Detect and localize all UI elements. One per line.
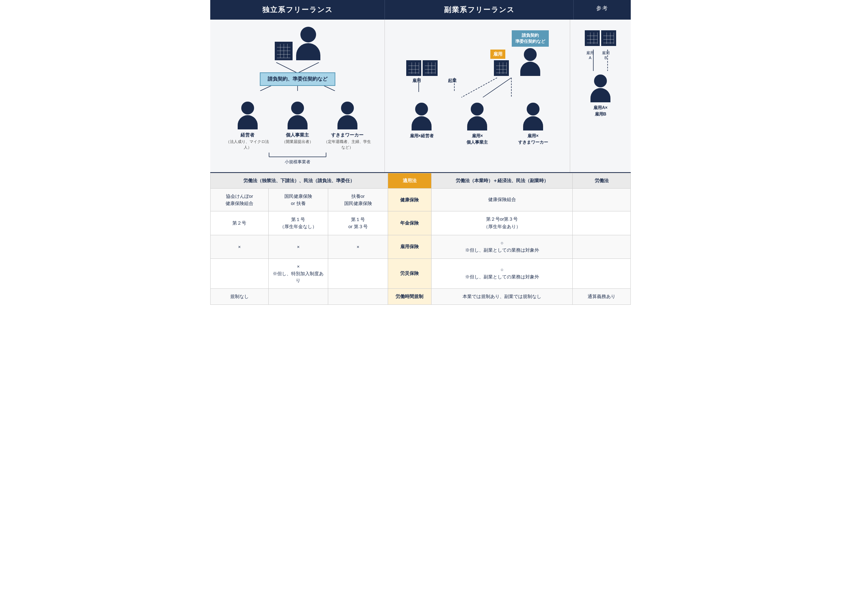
sub-person-2: 雇用×個人事業主 [452,103,502,145]
person-cell-manager: 経営者 （法人成り、マイクロ法人） [223,101,273,150]
sub-cell-1: 第２号or第３号（厚生年金あり） [431,211,572,235]
sub-cell-0: 健康保険組合 [431,189,572,211]
indep-cell-1-1: 第１号（厚生年金なし） [268,211,328,235]
building-sub-2 [423,60,438,76]
indep-cell-1-0: 第２号 [211,211,269,235]
indep-cell-0-0: 協会けんぽor健康保険組合 [211,189,269,211]
table-row: 第２号第１号（厚生年金なし）第１号or 第３号年金保険第２号or第３号（厚生年金… [211,211,631,235]
diagram-area: 請負契約、準委任契約など 経営者 （法人成り、マイクロ法人） [210,20,631,173]
small-biz-label: 小規模事業者 [285,159,311,165]
ref-cell-0 [573,189,631,211]
table-area: 労働法（独禁法、下請法）、民法（請負法、準委任） 適用法 労働法（本業時）＋経済… [210,173,631,305]
startup-label: 起業 [448,78,457,84]
table-header-row: 労働法（独禁法、下請法）、民法（請負法、準委任） 適用法 労働法（本業時）＋経済… [211,173,631,189]
person-sublabel-manager: （法人成り、マイクロ法人） [223,139,273,150]
building-icon-indep [275,42,293,60]
ref-person: 雇用A×雇用B [576,75,626,117]
person-cell-gap: すきまワーカー （定年退職者、主婦、学生など） [322,101,372,150]
building-ref-2 [601,30,616,46]
svg-line-10 [462,78,497,97]
small-biz-bracket-svg [262,152,333,158]
person-icon-gap [337,101,357,129]
indep-cell-3-2 [328,259,388,289]
center-cell-3: 労災保険 [388,259,431,289]
person-sublabel-gap: （定年退職者、主婦、学生など） [322,139,372,150]
th-sub: 労働法（本業時）＋経済法、民法（副業時） [431,173,572,189]
table-row: ×※但し、特別加入制度あり労災保険○※但し、副業としての業務は対象外 [211,259,631,289]
emp-badge: 雇用 [490,50,505,59]
person-icon-indep-top [296,27,320,60]
indep-cell-0-1: 国民健康保険or 扶養 [268,189,328,211]
main-table: 労働法（独禁法、下請法）、民法（請負法、準委任） 適用法 労働法（本業時）＋経済… [210,173,631,305]
center-cell-0: 健康保険 [388,189,431,211]
center-cell-2: 雇用保険 [388,235,431,259]
person-label-gap: すきまワーカー [331,132,363,139]
ref-cell-4: 通算義務あり [573,288,631,305]
diagram-independent: 請負契約、準委任契約など 経営者 （法人成り、マイクロ法人） [210,20,385,172]
sub-person-3: 雇用×すきまワーカー [508,103,558,145]
emp-label-left: 雇用 [412,78,421,84]
ref-cell-2 [573,235,631,259]
sub-cell-3: ○※但し、副業としての業務は対象外 [431,259,572,289]
person-label-sole: 個人事業主 [286,132,309,139]
th-indep: 労働法（独禁法、下請法）、民法（請負法、準委任） [211,173,388,189]
sub-person-1: 雇用×経営者 [397,103,447,145]
person-label-manager: 経営者 [240,132,255,139]
emp-a-label: 雇用A [586,50,594,61]
person-icon-sub-top [520,48,540,76]
ref-cell-3 [573,259,631,289]
indep-cell-4-0: 規制なし [211,288,269,305]
header-reference: 参考 [574,0,631,20]
contract-box: 請負契約、準委任契約など [260,72,336,86]
indep-cell-3-0 [211,259,269,289]
person-sublabel-sole: （開業届提出者） [282,139,313,145]
table-row: 協会けんぽor健康保険組合国民健康保険or 扶養扶養or国民健康保険健康保険健康… [211,189,631,211]
person-icon-manager [238,101,258,129]
indep-persons-row: 経営者 （法人成り、マイクロ法人） 個人事業主 （開業届提出者） [214,101,381,150]
sub-cell-4: 本業では規制あり、副業では規制なし [431,288,572,305]
sub-cell-2: ○※但し、副業としての業務は対象外 [431,235,572,259]
th-ref: 労働法 [573,173,631,189]
indep-cell-3-1: ×※但し、特別加入制度あり [268,259,328,289]
table-row: ×××雇用保険○※但し、副業としての業務は対象外 [211,235,631,259]
ref-lines-svg [579,50,622,75]
person-icon-sole [287,101,308,129]
indep-cell-4-2 [328,288,388,305]
indep-cell-0-2: 扶養or国民健康保険 [328,189,388,211]
svg-line-11 [483,78,511,97]
diagram-reference: 雇用A 雇用B 雇用A×雇用B [570,20,631,172]
svg-line-0 [276,62,297,73]
emp-b-label: 雇用B [602,50,610,61]
svg-line-1 [297,62,319,73]
header-independent: 独立系フリーランス [210,0,385,20]
indep-cell-4-1 [268,288,328,305]
center-cell-4: 労働時間規制 [388,288,431,305]
indep-cell-2-2: × [328,235,388,259]
header-subsidiary: 副業系フリーランス [385,0,574,20]
ref-cell-1 [573,211,631,235]
indep-cell-2-1: × [268,235,328,259]
header: 独立系フリーランス 副業系フリーランス 参考 [210,0,631,20]
person-cell-sole: 個人事業主 （開業届提出者） [273,101,322,150]
diagram-subsidiary: 請負契約準委任契約など 雇用 [385,20,570,172]
table-row: 規制なし労働時間規制本業では規制あり、副業では規制なし通算義務あり [211,288,631,305]
building-sub-1 [406,60,421,76]
th-center: 適用法 [388,173,431,189]
building-ref-1 [585,30,600,46]
indep-cell-2-0: × [211,235,269,259]
center-cell-1: 年金保険 [388,211,431,235]
building-sub-3 [494,60,509,76]
contract-badge-sub: 請負契約準委任契約など [512,30,549,47]
indep-cell-1-2: 第１号or 第３号 [328,211,388,235]
